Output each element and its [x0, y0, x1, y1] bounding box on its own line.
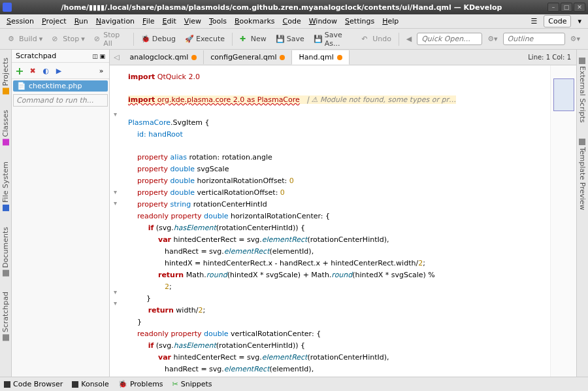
build-button[interactable]: ⚙Build▾: [4, 33, 46, 46]
hamburger-icon[interactable]: ☰: [527, 16, 541, 27]
menu-edit[interactable]: Edit: [159, 16, 180, 27]
panel-detach-icon[interactable]: ◫ ▣: [92, 53, 105, 60]
dock-filesystem[interactable]: File System: [1, 159, 10, 214]
panel-title: Scratchpad: [16, 52, 56, 60]
right-dock: External Scripts Template Preview: [576, 50, 588, 377]
cursor-position: Line: 1 Col: 1: [523, 54, 576, 61]
quick-open-input[interactable]: [417, 33, 482, 45]
maximize-button[interactable]: □: [561, 3, 572, 12]
undo-icon: ↶: [361, 35, 370, 44]
file-icon: 📄: [17, 82, 26, 90]
minimap-viewport[interactable]: [553, 78, 574, 111]
dock-classes[interactable]: Classes: [1, 107, 10, 148]
status-snippets[interactable]: ✂Snippets: [172, 380, 212, 388]
dropdown-chevron-icon[interactable]: ▾: [574, 16, 585, 27]
fold-marker-icon[interactable]: ▾: [114, 109, 117, 120]
status-code-browser[interactable]: Code Browser: [4, 380, 63, 388]
stop-icon: ⊘: [52, 35, 61, 44]
dock-projects[interactable]: Projects: [1, 55, 10, 97]
tab-nav-left-icon[interactable]: ◁: [110, 53, 123, 61]
add-button[interactable]: +: [14, 65, 25, 76]
undo-button[interactable]: ↶Undo: [357, 33, 395, 46]
window-buttons: – □ ✕: [547, 3, 585, 12]
tab-configgeneral[interactable]: configGeneral.qml: [204, 50, 292, 64]
status-konsole[interactable]: Konsole: [72, 380, 109, 388]
new-button[interactable]: ✚New: [236, 33, 270, 46]
nav-back-button[interactable]: ◀: [402, 33, 416, 45]
save-button[interactable]: 💾Save: [272, 33, 308, 46]
menu-code[interactable]: Code: [279, 16, 305, 27]
menu-bookmarks[interactable]: Bookmarks: [231, 16, 278, 27]
bug-icon: 🐞: [118, 380, 127, 388]
dock-scratchpad[interactable]: Scratchpad: [1, 289, 10, 343]
window-titlebar: /home/▮▮▮▮/.local/share/plasma/plasmoids…: [0, 0, 588, 14]
execute-button[interactable]: 🚀Execute: [181, 33, 229, 46]
fold-marker-icon[interactable]: ▾: [114, 186, 117, 197]
plus-icon: ✚: [240, 35, 249, 44]
menu-run[interactable]: Run: [71, 16, 92, 27]
toggle-button[interactable]: ◐: [40, 65, 52, 76]
menu-chevron-icon[interactable]: »: [95, 65, 107, 76]
main-toolbar: ⚙Build▾ ⊘Stop▾ ⊘Stop All 🐞Debug 🚀Execute…: [0, 29, 588, 50]
rocket-icon: 🚀: [185, 35, 194, 44]
fold-marker-icon[interactable]: ▾: [114, 197, 117, 209]
close-button[interactable]: ✕: [574, 3, 585, 12]
app-icon: [3, 3, 12, 12]
terminal-icon: [72, 381, 78, 388]
dirty-indicator-icon: [337, 55, 342, 60]
left-dock: Projects Classes File System Documents S…: [0, 50, 12, 377]
status-problems[interactable]: 🐞Problems: [118, 380, 163, 388]
saveas-button[interactable]: 💾Save As...: [310, 29, 356, 50]
window-title: /home/▮▮▮▮/.local/share/plasma/plasmoids…: [16, 3, 547, 12]
remove-button[interactable]: ✖: [27, 65, 39, 76]
command-input[interactable]: Command to run th...: [13, 94, 108, 107]
dock-external-scripts[interactable]: External Scripts: [578, 55, 587, 126]
code-editor[interactable]: ▾▾▾▾▾import QtQuick 2.0 import org.kde.p…: [110, 65, 550, 377]
editor-area: ◁ analogclock.qml configGeneral.qml Hand…: [110, 50, 576, 377]
menu-window[interactable]: Window: [305, 16, 341, 27]
scissors-icon: ✂: [172, 380, 178, 388]
dock-template-preview[interactable]: Template Preview: [578, 136, 587, 213]
run-button[interactable]: ▶: [53, 65, 65, 76]
status-bar: Code Browser Konsole 🐞Problems ✂Snippets: [0, 377, 588, 391]
menu-help[interactable]: Help: [378, 16, 402, 27]
bug-icon: 🐞: [141, 35, 150, 44]
scratchpad-item[interactable]: 📄checktime.php: [13, 80, 108, 92]
dock-documents[interactable]: Documents: [1, 224, 10, 279]
outline-settings-button[interactable]: ⚙▾: [566, 33, 584, 45]
minimize-button[interactable]: –: [547, 3, 559, 12]
menu-navigation[interactable]: Navigation: [92, 16, 139, 27]
settings-icon-button[interactable]: ⚙▾: [483, 33, 501, 45]
menu-file[interactable]: File: [139, 16, 158, 27]
dirty-indicator-icon: [191, 55, 197, 60]
debug-button[interactable]: 🐞Debug: [137, 33, 180, 46]
minimap[interactable]: [550, 65, 576, 377]
menu-tools[interactable]: Tools: [205, 16, 231, 27]
save-icon: 💾: [314, 35, 323, 44]
fold-marker-icon[interactable]: ▾: [114, 298, 117, 309]
stop-icon: ⊘: [94, 35, 102, 44]
menu-view[interactable]: View: [180, 16, 205, 27]
menu-settings[interactable]: Settings: [341, 16, 378, 27]
fold-marker-icon[interactable]: ▾: [114, 286, 117, 298]
scratchpad-panel: Scratchpad◫ ▣ + ✖ ◐ ▶ » 📄checktime.php C…: [12, 50, 110, 377]
tab-bar: ◁ analogclock.qml configGeneral.qml Hand…: [110, 50, 576, 65]
outline-input[interactable]: [503, 33, 565, 45]
menu-session[interactable]: Session: [3, 16, 38, 27]
tab-analogclock[interactable]: analogclock.qml: [123, 50, 204, 64]
gear-icon: ⚙: [8, 35, 17, 44]
terminal-icon: [4, 381, 10, 388]
menu-project[interactable]: Project: [38, 16, 71, 27]
stopall-button[interactable]: ⊘Stop All: [90, 29, 130, 50]
code-dropdown[interactable]: Code: [544, 15, 571, 27]
menu-bar: Session Project Run Navigation File Edit…: [0, 14, 588, 29]
tab-hand[interactable]: Hand.qml: [292, 50, 349, 65]
save-icon: 💾: [276, 35, 285, 44]
stop-button[interactable]: ⊘Stop▾: [48, 33, 89, 46]
dirty-indicator-icon: [280, 55, 285, 60]
